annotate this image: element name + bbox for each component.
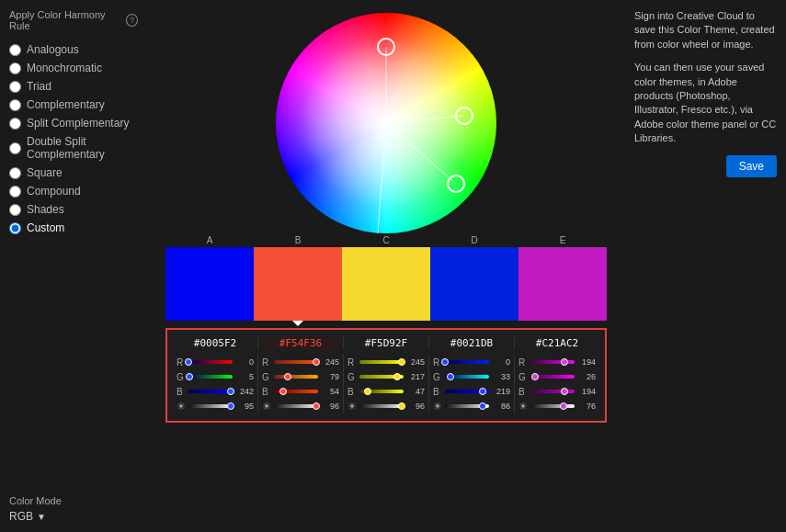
hex-value-a[interactable]: #0005F2: [177, 337, 254, 349]
channel-letter-R: R: [347, 357, 357, 368]
slider-B-d[interactable]: [445, 390, 489, 393]
slider-G-c[interactable]: [359, 375, 404, 379]
swatch-col-e[interactable]: E: [518, 235, 607, 321]
swatch-block-a[interactable]: [165, 247, 254, 321]
thumb-R-e[interactable]: [561, 358, 568, 366]
harmony-rule-analogous[interactable]: Analogous: [9, 40, 138, 59]
swatch-block-c[interactable]: [342, 247, 430, 321]
thumb-☀-d[interactable]: [479, 402, 486, 410]
slider-☀-d[interactable]: [445, 404, 489, 408]
hex-value-e[interactable]: #C21AC2: [518, 337, 596, 349]
channel-value-G-b: 79: [321, 372, 339, 381]
channel-col-B-e: B194: [515, 384, 599, 399]
slider-R-e[interactable]: [530, 360, 575, 364]
swatch-block-d[interactable]: [430, 247, 518, 321]
panel-title-text: Apply Color Harmony Rule: [9, 9, 120, 31]
slider-R-c[interactable]: [359, 360, 404, 364]
thumb-B-c[interactable]: [364, 388, 371, 395]
slider-B-e[interactable]: [530, 390, 575, 393]
thumb-☀-a[interactable]: [227, 402, 234, 410]
slider-G-a[interactable]: [188, 375, 233, 379]
slider-☀-e[interactable]: [530, 404, 575, 408]
harmony-rule-monochromatic[interactable]: Monochromatic: [9, 59, 138, 77]
slider-G-b[interactable]: [274, 375, 318, 379]
channel-value-G-e: 26: [577, 372, 596, 381]
help-icon[interactable]: ?: [126, 14, 138, 27]
harmony-rule-triad[interactable]: Triad: [9, 77, 138, 96]
channel-value-R-c: 245: [406, 357, 425, 367]
thumb-R-c[interactable]: [398, 358, 405, 366]
slider-R-b[interactable]: [274, 360, 318, 364]
thumb-R-b[interactable]: [313, 358, 320, 366]
color-mode-value: RGB: [9, 510, 33, 523]
thumb-G-e[interactable]: [531, 373, 539, 380]
slider-☀-a[interactable]: [188, 404, 233, 408]
harmony-rule-split-complementary[interactable]: Split Complementary: [9, 114, 138, 132]
harmony-rule-shades[interactable]: Shades: [9, 200, 138, 219]
color-mode-section: Color Mode RGB ▼: [9, 486, 138, 523]
channel-letter-B: B: [518, 387, 528, 397]
thumb-B-e[interactable]: [561, 388, 568, 395]
channel-letter-B: B: [262, 387, 271, 397]
slider-G-e[interactable]: [530, 375, 575, 379]
channel-letter-G: G: [433, 372, 442, 382]
harmony-rule-complementary[interactable]: Complementary: [9, 96, 138, 114]
channel-value-G-c: 217: [406, 372, 425, 381]
thumb-☀-e[interactable]: [560, 402, 567, 410]
slider-B-b[interactable]: [274, 390, 318, 393]
channel-letter-☀: ☀: [347, 401, 357, 413]
channel-row-R: R0R245R245R0R194: [173, 355, 599, 369]
save-button[interactable]: Save: [726, 155, 777, 177]
swatch-block-b[interactable]: [254, 247, 342, 321]
hex-value-c[interactable]: #F5D92F: [347, 337, 425, 349]
color-wheel[interactable]: [276, 13, 496, 233]
channel-letter-☀: ☀: [518, 401, 528, 413]
channel-col-B-c: B47: [344, 384, 429, 399]
swatches-row: ABCDE: [165, 235, 607, 321]
swatch-col-c[interactable]: C: [342, 235, 430, 321]
channel-value-B-a: 242: [235, 387, 254, 396]
channel-col-G-d: G33: [429, 369, 515, 384]
thumb-G-a[interactable]: [186, 373, 193, 380]
slider-R-a[interactable]: [188, 360, 233, 364]
thumb-☀-b[interactable]: [313, 402, 320, 410]
harmony-rule-compound[interactable]: Compound: [9, 182, 138, 200]
slider-☀-b[interactable]: [274, 404, 318, 408]
channel-letter-☀: ☀: [433, 401, 442, 413]
channel-col-☀-d: ☀86: [429, 399, 515, 413]
slider-☀-c[interactable]: [359, 404, 404, 408]
harmony-rule-custom[interactable]: Custom: [9, 219, 138, 237]
slider-G-d[interactable]: [445, 375, 489, 379]
swatch-col-a[interactable]: A: [165, 235, 254, 321]
thumb-R-d[interactable]: [441, 358, 449, 366]
channel-value-☀-e: 76: [577, 402, 596, 411]
channel-letter-G: G: [177, 372, 186, 382]
thumb-B-b[interactable]: [279, 388, 287, 395]
slider-B-c[interactable]: [359, 390, 404, 393]
harmony-rule-double-split-complementary[interactable]: Double Split Complementary: [9, 132, 138, 164]
hex-value-b[interactable]: #F54F36: [262, 337, 339, 349]
editor-col-b: #F54F36: [258, 337, 344, 349]
thumb-B-a[interactable]: [227, 388, 234, 395]
channel-letter-☀: ☀: [262, 401, 271, 413]
channel-col-G-a: G5: [173, 369, 258, 384]
hex-value-d[interactable]: #0021DB: [433, 337, 510, 349]
swatch-block-e[interactable]: [518, 247, 607, 321]
thumb-B-d[interactable]: [479, 388, 486, 395]
thumb-G-c[interactable]: [393, 373, 401, 380]
harmony-rule-square[interactable]: Square: [9, 164, 138, 182]
color-mode-dropdown[interactable]: RGB ▼: [9, 510, 138, 523]
channel-col-☀-e: ☀76: [515, 399, 599, 413]
thumb-G-d[interactable]: [447, 373, 454, 380]
thumb-R-a[interactable]: [185, 358, 192, 366]
channel-row-B: B242B54B47B219B194: [173, 384, 599, 399]
slider-B-a[interactable]: [188, 390, 233, 393]
editor-hex-row: #0005F2#F54F36#F5D92F#0021DB#C21AC2: [173, 337, 599, 349]
thumb-☀-c[interactable]: [398, 402, 405, 410]
slider-R-d[interactable]: [445, 360, 489, 364]
swatch-col-d[interactable]: D: [430, 235, 518, 321]
swatch-col-b[interactable]: B: [254, 235, 342, 321]
channel-value-☀-c: 96: [406, 402, 425, 411]
channel-letter-☀: ☀: [177, 401, 186, 413]
thumb-G-b[interactable]: [284, 373, 291, 380]
